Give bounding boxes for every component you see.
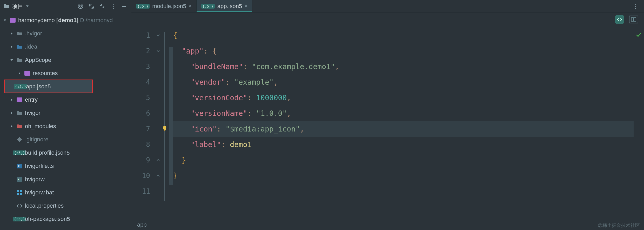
chevron-right-icon	[9, 111, 14, 115]
tree-item-gitignore[interactable]: .gitignore	[0, 133, 131, 146]
tree-item-build-profile[interactable]: {:5,} build-profile.json5	[0, 146, 131, 159]
json5-icon: {:5,}	[16, 216, 23, 222]
fold-end-icon[interactable]	[155, 168, 162, 183]
fold-marker-icon[interactable]	[155, 28, 162, 43]
svg-point-17	[635, 4, 636, 5]
svg-rect-16	[20, 193, 22, 195]
folder-icon	[16, 43, 23, 50]
tree-item-oh-modules[interactable]: oh_modules	[0, 120, 131, 133]
tree-item-hvigorw-bat[interactable]: hvigorw.bat	[0, 186, 131, 199]
breadcrumb-bar[interactable]: app @稀土掘金技术社区	[131, 219, 644, 230]
tab-label: app.json5	[217, 3, 242, 10]
tree-item-hvigorw[interactable]: hvigorw	[0, 173, 131, 186]
tree-item-label: hvigor	[25, 110, 41, 116]
close-icon[interactable]: ×	[189, 3, 192, 9]
tree-item-hvigorfile-ts[interactable]: TS hvigorfile.ts	[0, 159, 131, 173]
svg-rect-15	[17, 193, 19, 195]
chevron-right-icon	[9, 97, 14, 102]
folder-icon	[16, 30, 23, 37]
resources-icon	[24, 70, 31, 77]
tree-item-label: AppScope	[25, 57, 51, 63]
svg-rect-5	[122, 6, 126, 7]
tree-item-label: hvigorw	[25, 176, 45, 183]
chevron-down-icon	[25, 3, 29, 10]
tree-item-label: hvigorfile.ts	[25, 163, 54, 169]
json5-icon: {:5,}	[17, 83, 24, 90]
editor-sub-toolbar	[131, 12, 644, 27]
svg-rect-22	[164, 130, 165, 131]
chevron-right-icon	[17, 71, 22, 76]
folder-icon	[4, 4, 10, 9]
tree-root[interactable]: harmonydemo [demo1] D:\harmonyd	[0, 14, 131, 27]
project-label: 项目	[12, 2, 23, 10]
ts-icon: TS	[16, 163, 23, 169]
tree-item-app-json5[interactable]: {:5,} app.json5	[4, 80, 92, 93]
tree-item-label: .gitignore	[25, 136, 49, 143]
tree-item-resources[interactable]: resources	[0, 67, 131, 80]
chevron-right-icon	[9, 44, 14, 49]
breadcrumb-item[interactable]: app	[137, 221, 147, 228]
fold-gutter	[155, 27, 162, 219]
inspection-gutter	[634, 27, 644, 219]
tree-item-label: build-profile.json5	[25, 149, 70, 156]
collapse-icon[interactable]	[99, 3, 106, 10]
indent-guides	[162, 27, 173, 219]
tree-item-appscope[interactable]: AppScope	[0, 53, 131, 67]
fold-end-icon[interactable]	[155, 152, 162, 168]
minimize-icon[interactable]	[120, 3, 128, 10]
tree-item-oh-package[interactable]: {:5,} oh-package.json5	[0, 212, 131, 226]
tree-item-label: oh_modules	[25, 123, 56, 130]
svg-text:TS: TS	[18, 165, 21, 168]
project-sidebar: 项目	[0, 0, 131, 230]
svg-rect-13	[17, 190, 19, 192]
folder-icon	[16, 110, 23, 116]
target-icon[interactable]	[77, 3, 84, 10]
project-selector[interactable]: 项目	[4, 2, 29, 10]
svg-point-3	[113, 6, 114, 7]
tree-item-label: .idea	[25, 43, 37, 50]
svg-rect-7	[24, 71, 30, 76]
svg-rect-9	[17, 137, 22, 142]
tree-item-label: local.properties	[25, 202, 64, 209]
svg-rect-14	[20, 190, 22, 192]
editor-body[interactable]: 1 2 3 4 5 6 7 8 9 10 11	[131, 27, 644, 219]
json5-icon: {:5,}	[136, 4, 150, 9]
project-tree: harmonydemo [demo1] D:\harmonyd .hvigor …	[0, 12, 131, 226]
chevron-down-icon	[9, 58, 14, 62]
tree-item-hvigor-dot[interactable]: .hvigor	[0, 27, 131, 40]
watermark-text: @稀土掘金技术社区	[598, 222, 640, 228]
code-icon	[16, 202, 23, 209]
code-view-icon[interactable]	[615, 15, 624, 24]
tree-item-local-properties[interactable]: local.properties	[0, 199, 131, 212]
tree-root-label: harmonydemo [demo1] D:\harmonyd	[18, 17, 113, 24]
chevron-right-icon	[9, 124, 14, 129]
svg-point-1	[79, 5, 82, 7]
tree-item-label: oh-package.json5	[25, 216, 70, 222]
module-icon	[16, 96, 23, 103]
code-content[interactable]: { "app": { "bundleName": "com.example.de…	[173, 27, 634, 219]
tree-item-entry[interactable]: entry	[0, 93, 131, 106]
tab-module-json5[interactable]: {:5,} module.json5 ×	[131, 0, 197, 12]
lightbulb-icon[interactable]	[162, 125, 168, 133]
tree-item-hvigor[interactable]: hvigor	[0, 106, 131, 120]
more-icon[interactable]	[632, 3, 639, 10]
tree-item-idea[interactable]: .idea	[0, 40, 131, 53]
json5-icon: {:5,}	[201, 4, 215, 9]
check-icon	[635, 31, 642, 40]
close-icon[interactable]: ×	[245, 3, 247, 9]
svg-rect-8	[17, 97, 22, 102]
chevron-right-icon	[9, 31, 14, 36]
terminal-icon	[16, 176, 23, 183]
tree-item-label: entry	[25, 96, 38, 103]
tab-bar: {:5,} module.json5 × {:5,} app.json5 ×	[131, 0, 644, 12]
expand-icon[interactable]	[88, 3, 95, 10]
fold-marker-icon[interactable]	[155, 43, 162, 59]
tab-app-json5[interactable]: {:5,} app.json5 ×	[197, 0, 252, 12]
folder-icon	[16, 57, 23, 63]
split-view-icon[interactable]	[629, 16, 638, 23]
folder-icon	[16, 123, 23, 130]
json5-icon: {:5,}	[16, 149, 23, 156]
more-icon[interactable]	[110, 3, 117, 10]
tree-item-label: .hvigor	[25, 30, 42, 37]
git-icon	[16, 136, 23, 143]
